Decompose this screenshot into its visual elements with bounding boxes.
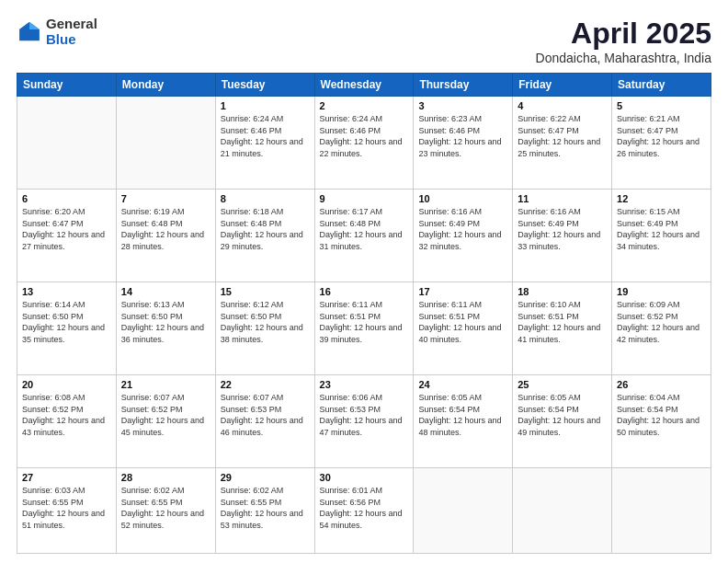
day-number: 16 (320, 286, 409, 297)
day-info: Sunrise: 6:07 AM Sunset: 6:53 PM Dayligh… (221, 392, 310, 438)
day-number: 5 (617, 100, 706, 111)
day-number: 23 (320, 379, 409, 390)
day-number: 8 (221, 193, 310, 204)
col-saturday: Saturday (612, 74, 711, 97)
day-number: 30 (320, 472, 409, 483)
day-number: 14 (121, 286, 210, 297)
calendar-week-2: 6Sunrise: 6:20 AM Sunset: 6:47 PM Daylig… (17, 190, 711, 282)
calendar-cell: 19Sunrise: 6:09 AM Sunset: 6:52 PM Dayli… (612, 282, 711, 375)
title-month: April 2025 (536, 17, 711, 51)
logo-icon (17, 19, 42, 45)
calendar-cell: 1Sunrise: 6:24 AM Sunset: 6:46 PM Daylig… (215, 97, 314, 190)
calendar-cell (17, 97, 117, 190)
day-number: 2 (320, 100, 409, 111)
calendar-cell (414, 468, 513, 554)
calendar-cell: 6Sunrise: 6:20 AM Sunset: 6:47 PM Daylig… (17, 190, 117, 282)
day-info: Sunrise: 6:04 AM Sunset: 6:54 PM Dayligh… (617, 392, 706, 438)
day-number: 15 (221, 286, 310, 297)
day-number: 20 (22, 379, 111, 390)
calendar-cell: 11Sunrise: 6:16 AM Sunset: 6:49 PM Dayli… (513, 190, 612, 282)
day-info: Sunrise: 6:09 AM Sunset: 6:52 PM Dayligh… (617, 299, 706, 345)
calendar-cell (612, 468, 711, 554)
day-info: Sunrise: 6:14 AM Sunset: 6:50 PM Dayligh… (22, 299, 111, 345)
day-info: Sunrise: 6:19 AM Sunset: 6:48 PM Dayligh… (121, 206, 210, 252)
day-number: 22 (221, 379, 310, 390)
calendar-cell: 2Sunrise: 6:24 AM Sunset: 6:46 PM Daylig… (314, 97, 414, 190)
calendar-table: Sunday Monday Tuesday Wednesday Thursday… (17, 73, 711, 554)
calendar-cell: 29Sunrise: 6:02 AM Sunset: 6:55 PM Dayli… (215, 468, 314, 554)
calendar-cell: 21Sunrise: 6:07 AM Sunset: 6:52 PM Dayli… (116, 375, 215, 468)
svg-marker-2 (19, 22, 29, 29)
svg-marker-1 (29, 22, 40, 29)
logo-text: General Blue (46, 17, 97, 47)
day-info: Sunrise: 6:02 AM Sunset: 6:55 PM Dayligh… (221, 485, 310, 531)
col-wednesday: Wednesday (314, 74, 414, 97)
calendar-cell: 27Sunrise: 6:03 AM Sunset: 6:55 PM Dayli… (17, 468, 117, 554)
day-info: Sunrise: 6:07 AM Sunset: 6:52 PM Dayligh… (121, 392, 210, 438)
logo: General Blue (17, 17, 97, 47)
logo-general-text: General (46, 17, 97, 32)
day-number: 7 (121, 193, 210, 204)
day-info: Sunrise: 6:11 AM Sunset: 6:51 PM Dayligh… (418, 299, 507, 345)
calendar-cell: 12Sunrise: 6:15 AM Sunset: 6:49 PM Dayli… (612, 190, 711, 282)
logo-blue-text: Blue (46, 32, 97, 48)
day-number: 12 (617, 193, 706, 204)
col-tuesday: Tuesday (215, 74, 314, 97)
calendar-cell: 17Sunrise: 6:11 AM Sunset: 6:51 PM Dayli… (414, 282, 513, 375)
day-number: 3 (418, 100, 507, 111)
title-location: Dondaicha, Maharashtra, India (536, 51, 711, 65)
calendar-cell: 23Sunrise: 6:06 AM Sunset: 6:53 PM Dayli… (314, 375, 414, 468)
day-info: Sunrise: 6:16 AM Sunset: 6:49 PM Dayligh… (418, 206, 507, 252)
day-number: 19 (617, 286, 706, 297)
calendar-cell: 20Sunrise: 6:08 AM Sunset: 6:52 PM Dayli… (17, 375, 117, 468)
day-info: Sunrise: 6:24 AM Sunset: 6:46 PM Dayligh… (320, 113, 409, 159)
day-info: Sunrise: 6:05 AM Sunset: 6:54 PM Dayligh… (518, 392, 607, 438)
day-number: 17 (418, 286, 507, 297)
day-number: 1 (221, 100, 310, 111)
day-number: 18 (518, 286, 607, 297)
day-info: Sunrise: 6:10 AM Sunset: 6:51 PM Dayligh… (518, 299, 607, 345)
day-number: 27 (22, 472, 111, 483)
calendar-cell: 22Sunrise: 6:07 AM Sunset: 6:53 PM Dayli… (215, 375, 314, 468)
calendar-cell: 28Sunrise: 6:02 AM Sunset: 6:55 PM Dayli… (116, 468, 215, 554)
calendar-cell: 24Sunrise: 6:05 AM Sunset: 6:54 PM Dayli… (414, 375, 513, 468)
col-monday: Monday (116, 74, 215, 97)
calendar-cell (116, 97, 215, 190)
calendar-cell: 3Sunrise: 6:23 AM Sunset: 6:46 PM Daylig… (414, 97, 513, 190)
day-info: Sunrise: 6:24 AM Sunset: 6:46 PM Dayligh… (221, 113, 310, 159)
day-info: Sunrise: 6:05 AM Sunset: 6:54 PM Dayligh… (418, 392, 507, 438)
day-number: 10 (418, 193, 507, 204)
col-sunday: Sunday (17, 74, 117, 97)
day-info: Sunrise: 6:21 AM Sunset: 6:47 PM Dayligh… (617, 113, 706, 159)
calendar-cell: 13Sunrise: 6:14 AM Sunset: 6:50 PM Dayli… (17, 282, 117, 375)
day-info: Sunrise: 6:01 AM Sunset: 6:56 PM Dayligh… (320, 485, 409, 531)
calendar-cell: 7Sunrise: 6:19 AM Sunset: 6:48 PM Daylig… (116, 190, 215, 282)
day-number: 29 (221, 472, 310, 483)
calendar-cell: 4Sunrise: 6:22 AM Sunset: 6:47 PM Daylig… (513, 97, 612, 190)
calendar-cell: 8Sunrise: 6:18 AM Sunset: 6:48 PM Daylig… (215, 190, 314, 282)
day-info: Sunrise: 6:12 AM Sunset: 6:50 PM Dayligh… (221, 299, 310, 345)
day-number: 26 (617, 379, 706, 390)
day-info: Sunrise: 6:06 AM Sunset: 6:53 PM Dayligh… (320, 392, 409, 438)
day-number: 9 (320, 193, 409, 204)
day-info: Sunrise: 6:13 AM Sunset: 6:50 PM Dayligh… (121, 299, 210, 345)
calendar-week-4: 20Sunrise: 6:08 AM Sunset: 6:52 PM Dayli… (17, 375, 711, 468)
day-number: 13 (22, 286, 111, 297)
calendar-cell: 14Sunrise: 6:13 AM Sunset: 6:50 PM Dayli… (116, 282, 215, 375)
header: General Blue April 2025 Dondaicha, Mahar… (17, 17, 711, 65)
calendar-cell: 30Sunrise: 6:01 AM Sunset: 6:56 PM Dayli… (314, 468, 414, 554)
calendar-cell (513, 468, 612, 554)
day-number: 6 (22, 193, 111, 204)
calendar-cell: 26Sunrise: 6:04 AM Sunset: 6:54 PM Dayli… (612, 375, 711, 468)
day-info: Sunrise: 6:02 AM Sunset: 6:55 PM Dayligh… (121, 485, 210, 531)
calendar-week-5: 27Sunrise: 6:03 AM Sunset: 6:55 PM Dayli… (17, 468, 711, 554)
day-info: Sunrise: 6:20 AM Sunset: 6:47 PM Dayligh… (22, 206, 111, 252)
calendar-cell: 10Sunrise: 6:16 AM Sunset: 6:49 PM Dayli… (414, 190, 513, 282)
day-number: 21 (121, 379, 210, 390)
calendar-cell: 9Sunrise: 6:17 AM Sunset: 6:48 PM Daylig… (314, 190, 414, 282)
col-friday: Friday (513, 74, 612, 97)
calendar-week-3: 13Sunrise: 6:14 AM Sunset: 6:50 PM Dayli… (17, 282, 711, 375)
day-number: 28 (121, 472, 210, 483)
day-info: Sunrise: 6:18 AM Sunset: 6:48 PM Dayligh… (221, 206, 310, 252)
day-info: Sunrise: 6:08 AM Sunset: 6:52 PM Dayligh… (22, 392, 111, 438)
